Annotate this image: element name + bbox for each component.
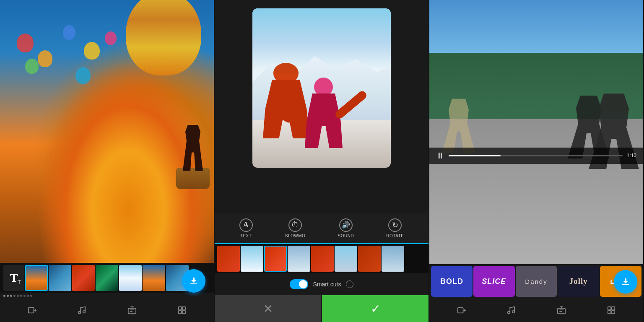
info-icon[interactable]: i: [346, 280, 353, 288]
fab-button-3[interactable]: [614, 270, 637, 293]
ski-thumb-7[interactable]: [358, 246, 381, 272]
settings-button[interactable]: [177, 306, 187, 315]
ski-thumb-5[interactable]: [311, 246, 334, 272]
confirm-icon: ✓: [371, 302, 380, 316]
svg-point-1: [78, 312, 81, 314]
timeline-strip: T T: [0, 263, 214, 293]
tools-row: A TEXT ⏱ SLOWMO 🔊 SOUND ↻ ROTATE: [215, 213, 428, 243]
thumb-6[interactable]: [143, 265, 165, 291]
ski-thumb-8[interactable]: [382, 246, 404, 272]
skier-2: [303, 78, 345, 161]
settings-icon-3: [607, 306, 616, 315]
confirm-button[interactable]: ✓: [322, 295, 428, 322]
svg-point-10: [512, 311, 515, 313]
svg-rect-7: [182, 311, 185, 314]
theme-slice-card[interactable]: SLICE: [473, 266, 515, 297]
small-balloon-5: [25, 59, 39, 74]
text-tool-T: T: [10, 271, 18, 284]
thumb-2[interactable]: [49, 265, 71, 291]
sound-tool-button[interactable]: 🔊 SOUND: [338, 218, 354, 238]
skate-preview: ⏸ 1:10: [429, 0, 643, 264]
dot-3: [10, 295, 12, 297]
smart-cuts-row: Smart cuts i: [215, 273, 428, 295]
smart-cuts-toggle[interactable]: [290, 279, 308, 289]
small-balloon-2: [38, 50, 52, 67]
ski-thumb-2[interactable]: [241, 246, 263, 272]
svg-rect-13: [612, 307, 615, 310]
svg-rect-0: [29, 308, 34, 313]
svg-rect-14: [608, 311, 611, 314]
text-tool-label: TEXT: [240, 234, 252, 238]
add-clip-button-3[interactable]: [457, 306, 466, 315]
panel-balloon: T T: [0, 0, 215, 322]
toggle-knob: [299, 280, 307, 288]
clips-button-3[interactable]: [557, 306, 566, 315]
text-tool-button[interactable]: A TEXT: [239, 218, 253, 238]
skier1-goggles-area: [273, 63, 299, 73]
fab-button-1[interactable]: [182, 269, 205, 293]
progress-bar[interactable]: [449, 155, 623, 156]
road-layer: [429, 119, 643, 265]
settings-icon: [177, 306, 187, 315]
rotate-tool-button[interactable]: ↻ ROTATE: [386, 218, 404, 238]
clips-button[interactable]: [127, 306, 137, 315]
theme-bold-label: BOLD: [440, 277, 463, 286]
svg-rect-4: [179, 307, 182, 310]
slowmo-tool-button[interactable]: ⏱ SLOWMO: [285, 218, 306, 238]
text-icon-letter: A: [243, 221, 249, 229]
small-balloon-1: [17, 34, 34, 52]
ski-thumb-1[interactable]: [217, 246, 240, 272]
ski-thumb-4[interactable]: [288, 246, 310, 272]
thumb-5[interactable]: [119, 265, 142, 291]
clips-icon-3: [557, 306, 566, 315]
music-button[interactable]: [77, 306, 86, 315]
balloon-scene: [0, 0, 214, 263]
ski-thumb-3[interactable]: [264, 246, 287, 272]
text-tool-icon[interactable]: T T: [3, 265, 24, 291]
progress-fill: [449, 155, 501, 156]
theme-jolly-card[interactable]: Jolly: [558, 266, 599, 297]
svg-point-9: [508, 312, 510, 314]
music-icon-3: [506, 306, 516, 315]
dot-2: [7, 295, 9, 297]
small-balloon-3: [63, 25, 75, 40]
small-balloon-7: [75, 67, 91, 84]
add-clip-button[interactable]: [27, 306, 36, 315]
pause-icon[interactable]: ⏸: [436, 151, 444, 161]
music-button-3[interactable]: [506, 306, 516, 315]
svg-point-2: [83, 311, 86, 313]
thumb-1[interactable]: [25, 265, 48, 291]
ski-thumb-6[interactable]: [335, 246, 357, 272]
skier2-body: [305, 93, 343, 148]
panel2-timeline: [215, 243, 428, 273]
theme-dandy-card[interactable]: Dandy: [516, 266, 557, 297]
action-buttons: ✕ ✓: [215, 295, 428, 322]
svg-rect-8: [458, 308, 463, 313]
music-icon: [77, 306, 86, 315]
dot-7: [23, 295, 26, 297]
slowmo-icon: ⏱: [288, 218, 302, 232]
dot-9: [30, 295, 32, 297]
themes-row: BOLD SLICE Dandy Jolly LIGHT: [429, 264, 643, 299]
thumb-3[interactable]: [72, 265, 95, 291]
text-tool-T-sub: T: [18, 279, 21, 286]
thumb-4[interactable]: [96, 265, 118, 291]
balloon-preview: [0, 0, 214, 263]
ski-background: [215, 0, 428, 213]
theme-slice-label: SLICE: [482, 277, 506, 286]
cancel-button[interactable]: ✕: [215, 295, 321, 322]
add-clip-icon: [27, 306, 36, 315]
dot-6: [20, 295, 22, 297]
slowmo-tool-label: SLOWMO: [285, 234, 306, 238]
sound-icon: 🔊: [339, 218, 353, 232]
panel3-bottom-toolbar: [429, 299, 643, 322]
theme-bold-card[interactable]: BOLD: [431, 266, 473, 297]
dot-5: [17, 295, 19, 297]
rotate-icon: ↻: [388, 218, 402, 232]
dot-1: [3, 295, 5, 297]
large-balloon: [126, 0, 201, 75]
small-balloon-6: [105, 31, 117, 45]
playback-bar: ⏸ 1:10: [429, 148, 643, 164]
panel-skate: ⏸ 1:10 BOLD SLICE Dandy Jolly LIGHT: [429, 0, 644, 322]
settings-button-3[interactable]: [607, 306, 616, 315]
